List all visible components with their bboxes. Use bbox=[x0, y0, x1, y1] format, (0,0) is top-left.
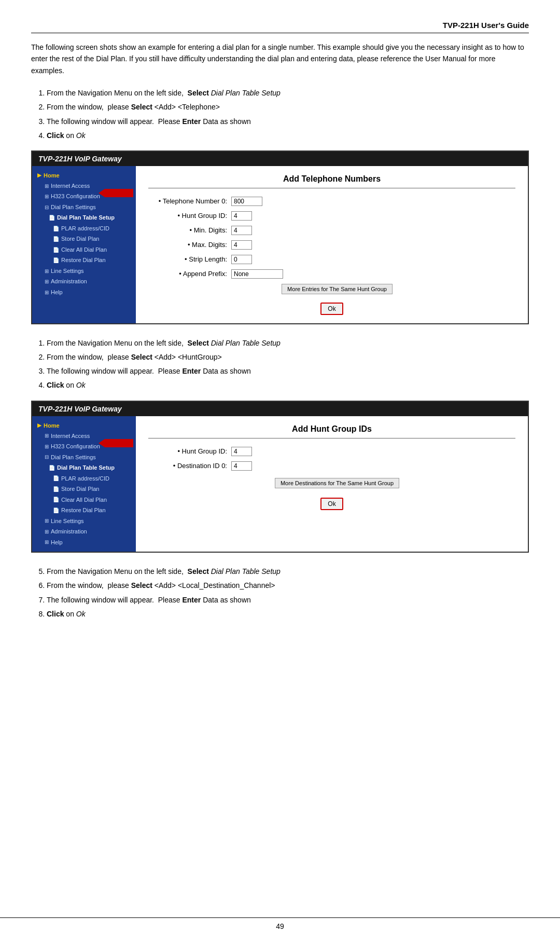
step-1-2: From the window, please Select <Add> <Te… bbox=[47, 101, 529, 114]
folder-icon: ⊟ bbox=[45, 203, 49, 211]
btn-ok-2[interactable]: Ok bbox=[320, 498, 343, 510]
sidebar-line-1[interactable]: ⊞ Line Settings bbox=[32, 266, 136, 277]
gateway-sidebar-2: Home ⊞ Internet Access ⊞ H323 Configurat… bbox=[32, 416, 136, 552]
sidebar-label: Dial Plan Table Setup bbox=[57, 463, 115, 472]
gateway-body-2: Home ⊞ Internet Access ⊞ H323 Configurat… bbox=[32, 416, 528, 552]
sidebar-restore-2[interactable]: 📄 Restore Dial Plan bbox=[32, 505, 136, 516]
gateway-box-1: TVP-221H VoIP Gateway Home ⊞ Internet Ac… bbox=[31, 150, 529, 324]
sidebar-clear-1[interactable]: 📄 Clear All Dial Plan bbox=[32, 244, 136, 255]
gateway1-main-title: Add Telephone Numbers bbox=[148, 174, 515, 188]
sidebar-line-2[interactable]: ⊞ Line Settings bbox=[32, 516, 136, 527]
file-icon: ⊞ bbox=[45, 432, 49, 440]
sidebar-dialplan-1[interactable]: ⊟ Dial Plan Settings bbox=[32, 202, 136, 213]
form-label-append: • Append Prefix: bbox=[148, 270, 231, 278]
sidebar-label: Clear All Dial Plan bbox=[61, 245, 107, 254]
page-header: TVP-221H User's Guide bbox=[31, 21, 529, 33]
step-1-3: The following window will appear. Please… bbox=[47, 115, 529, 128]
form-label-dest2: • Destination ID 0: bbox=[148, 462, 231, 470]
sidebar-label: Internet Access bbox=[51, 182, 90, 190]
sidebar-label: PLAR address/CID bbox=[61, 224, 109, 233]
file-icon: 📄 bbox=[53, 474, 59, 482]
form-label-hunt: • Hunt Group ID: bbox=[148, 212, 231, 220]
sidebar-label: H323 Configuration bbox=[51, 442, 100, 451]
folder-icon: ⊞ bbox=[45, 443, 49, 450]
gateway2-main-title: Add Hunt Group IDs bbox=[148, 424, 515, 438]
sidebar-home-2[interactable]: Home bbox=[32, 420, 136, 431]
section2-steps: From the Navigation Menu on the left sid… bbox=[47, 337, 529, 392]
sidebar-label: Internet Access bbox=[51, 432, 90, 441]
sidebar-label: Restore Dial Plan bbox=[61, 256, 106, 265]
step-2-4: Click on Ok bbox=[47, 379, 529, 392]
gateway-box-2: TVP-221H VoIP Gateway Home ⊞ Internet Ac… bbox=[31, 401, 529, 553]
input-min-digits[interactable] bbox=[231, 226, 252, 235]
input-telephone[interactable] bbox=[231, 197, 262, 206]
sidebar-help-2[interactable]: ⊞ Help bbox=[32, 537, 136, 548]
sidebar-label: Store Dial Plan bbox=[61, 485, 99, 493]
input-strip-length[interactable] bbox=[231, 255, 252, 264]
form-row-append: • Append Prefix: bbox=[148, 269, 515, 279]
gateway-body-1: Home ⊞ Internet Access ⊞ H323 Configurat… bbox=[32, 166, 528, 323]
sidebar-plar-2[interactable]: 📄 PLAR address/CID bbox=[32, 473, 136, 484]
sidebar-label: Clear All Dial Plan bbox=[61, 496, 107, 504]
step-2-2: From the window, please Select <Add> <Hu… bbox=[47, 351, 529, 364]
sidebar-label: H323 Configuration bbox=[51, 192, 100, 201]
form-row-hunt2: • Hunt Group ID: bbox=[148, 447, 515, 456]
folder-icon: ⊞ bbox=[45, 278, 49, 285]
file-icon: 📄 bbox=[53, 496, 59, 503]
form-row-hunt: • Hunt Group ID: bbox=[148, 211, 515, 221]
sidebar-dialplan-2[interactable]: ⊟ Dial Plan Settings bbox=[32, 452, 136, 463]
folder-icon: ⊞ bbox=[45, 289, 49, 296]
step-1-4: Click on Ok bbox=[47, 129, 529, 142]
gateway-main-2: Add Hunt Group IDs • Hunt Group ID: • De… bbox=[136, 416, 528, 552]
intro-text: The following screen shots show an examp… bbox=[31, 42, 529, 76]
page-footer: 49 bbox=[0, 917, 560, 930]
sidebar-plar-1[interactable]: 📄 PLAR address/CID bbox=[32, 223, 136, 234]
sidebar-label: Dial Plan Settings bbox=[51, 203, 96, 212]
sidebar-admin-1[interactable]: ⊞ Administration bbox=[32, 276, 136, 287]
red-arrow-1 bbox=[105, 189, 133, 197]
sidebar-help-1[interactable]: ⊞ Help bbox=[32, 287, 136, 298]
form-label-hunt2: • Hunt Group ID: bbox=[148, 447, 231, 455]
sidebar-label: Line Settings bbox=[51, 517, 84, 526]
form-row-max: • Max. Digits: bbox=[148, 240, 515, 250]
file-icon: 📄 bbox=[53, 485, 59, 493]
section1-steps: From the Navigation Menu on the left sid… bbox=[47, 87, 529, 142]
sidebar-admin-2[interactable]: ⊞ Administration bbox=[32, 526, 136, 537]
form-row-tel: • Telephone Number 0: bbox=[148, 197, 515, 206]
file-icon: 📄 bbox=[49, 464, 55, 472]
file-icon: 📄 bbox=[53, 235, 59, 243]
sidebar-label: Administration bbox=[51, 527, 87, 536]
input-hunt-group-id-2[interactable] bbox=[231, 447, 252, 456]
folder-icon: ⊞ bbox=[45, 193, 49, 200]
input-max-digits[interactable] bbox=[231, 240, 252, 250]
sidebar-label: Help bbox=[51, 538, 63, 547]
sidebar-clear-2[interactable]: 📄 Clear All Dial Plan bbox=[32, 495, 136, 505]
sidebar-label: Help bbox=[51, 288, 63, 297]
sidebar-label: Administration bbox=[51, 277, 87, 286]
btn-more-entries-2[interactable]: More Destinations for The Same Hunt Grou… bbox=[275, 478, 399, 488]
btn-more-entries-1[interactable]: More Entries for The Same Hunt Group bbox=[282, 284, 393, 294]
sidebar-label: Line Settings bbox=[51, 267, 84, 276]
input-append-prefix[interactable] bbox=[231, 269, 283, 279]
sidebar-home-label-2: Home bbox=[44, 422, 60, 429]
gateway-main-1: Add Telephone Numbers • Telephone Number… bbox=[136, 166, 528, 323]
sidebar-restore-1[interactable]: 📄 Restore Dial Plan bbox=[32, 255, 136, 266]
sidebar-dialplan-table-1[interactable]: 📄 Dial Plan Table Setup bbox=[32, 212, 136, 223]
header-title: TVP-221H User's Guide bbox=[443, 21, 529, 30]
input-destination-id[interactable] bbox=[231, 461, 252, 471]
step-2-1: From the Navigation Menu on the left sid… bbox=[47, 337, 529, 350]
sidebar-dialplan-table-2[interactable]: 📄 Dial Plan Table Setup bbox=[32, 462, 136, 473]
sidebar-store-2[interactable]: 📄 Store Dial Plan bbox=[32, 484, 136, 495]
sidebar-store-1[interactable]: 📄 Store Dial Plan bbox=[32, 234, 136, 244]
btn-ok-1[interactable]: Ok bbox=[320, 303, 343, 315]
step-3-8: Click on Ok bbox=[47, 608, 529, 621]
step-2-3: The following window will appear. Please… bbox=[47, 365, 529, 378]
form-label-tel: • Telephone Number 0: bbox=[148, 197, 231, 205]
sidebar-label: Dial Plan Table Setup bbox=[57, 213, 115, 222]
step-3-6: From the window, please Select <Add> <Lo… bbox=[47, 579, 529, 592]
form-label-strip: • Strip Length: bbox=[148, 255, 231, 263]
sidebar-home-1[interactable]: Home bbox=[32, 170, 136, 181]
file-icon: 📄 bbox=[53, 246, 59, 254]
input-hunt-group-id[interactable] bbox=[231, 211, 252, 221]
form-row-dest2: • Destination ID 0: bbox=[148, 461, 515, 471]
